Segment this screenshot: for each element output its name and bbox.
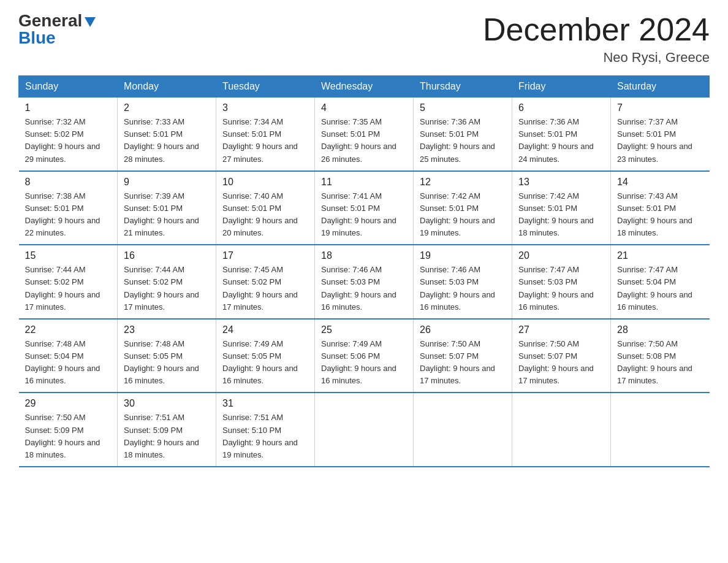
week-row-3: 15 Sunrise: 7:44 AMSunset: 5:02 PMDaylig… [19,245,710,319]
week-row-2: 8 Sunrise: 7:38 AMSunset: 5:01 PMDayligh… [19,171,710,245]
day-number: 14 [617,177,703,188]
day-number: 11 [321,177,407,188]
title-section: December 2024 Neo Rysi, Greece [483,12,710,66]
day-cell: 21 Sunrise: 7:47 AMSunset: 5:04 PMDaylig… [611,245,710,319]
day-number: 10 [222,177,308,188]
day-number: 20 [518,250,604,261]
week-row-4: 22 Sunrise: 7:48 AMSunset: 5:04 PMDaylig… [19,319,710,393]
day-info: Sunrise: 7:46 AMSunset: 5:03 PMDaylight:… [321,264,407,313]
day-cell [315,393,414,467]
header-day-sunday: Sunday [19,76,118,98]
day-cell: 13 Sunrise: 7:42 AMSunset: 5:01 PMDaylig… [512,171,611,245]
day-info: Sunrise: 7:44 AMSunset: 5:02 PMDaylight:… [124,264,210,313]
day-number: 16 [124,250,210,261]
day-cell: 24 Sunrise: 7:49 AMSunset: 5:05 PMDaylig… [216,319,315,393]
day-number: 19 [420,250,506,261]
day-cell: 23 Sunrise: 7:48 AMSunset: 5:05 PMDaylig… [118,319,216,393]
day-info: Sunrise: 7:49 AMSunset: 5:06 PMDaylight:… [321,338,407,388]
day-info: Sunrise: 7:42 AMSunset: 5:01 PMDaylight:… [420,190,506,240]
day-info: Sunrise: 7:32 AMSunset: 5:02 PMDaylight:… [25,116,112,166]
day-cell [414,393,512,467]
logo-blue: Blue [18,28,56,47]
day-info: Sunrise: 7:36 AMSunset: 5:01 PMDaylight:… [420,116,506,166]
header-day-wednesday: Wednesday [315,76,414,98]
day-cell: 25 Sunrise: 7:49 AMSunset: 5:06 PMDaylig… [315,319,414,393]
logo: General Blue [18,12,97,47]
day-number: 23 [124,324,210,335]
day-cell [611,393,710,467]
day-info: Sunrise: 7:39 AMSunset: 5:01 PMDaylight:… [124,190,210,240]
week-row-1: 1 Sunrise: 7:32 AMSunset: 5:02 PMDayligh… [19,98,710,171]
day-cell: 6 Sunrise: 7:36 AMSunset: 5:01 PMDayligh… [512,98,611,171]
day-cell: 15 Sunrise: 7:44 AMSunset: 5:02 PMDaylig… [19,245,118,319]
logo-general: General [18,12,82,29]
day-info: Sunrise: 7:47 AMSunset: 5:03 PMDaylight:… [518,264,604,313]
day-cell: 19 Sunrise: 7:46 AMSunset: 5:03 PMDaylig… [414,245,512,319]
day-cell: 26 Sunrise: 7:50 AMSunset: 5:07 PMDaylig… [414,319,512,393]
logo-triangle-icon [83,15,97,28]
day-number: 7 [617,102,703,113]
day-cell: 28 Sunrise: 7:50 AMSunset: 5:08 PMDaylig… [611,319,710,393]
day-info: Sunrise: 7:45 AMSunset: 5:02 PMDaylight:… [222,264,308,313]
day-number: 28 [617,324,703,335]
day-cell: 9 Sunrise: 7:39 AMSunset: 5:01 PMDayligh… [118,171,216,245]
day-info: Sunrise: 7:38 AMSunset: 5:01 PMDaylight:… [25,190,112,240]
day-cell: 16 Sunrise: 7:44 AMSunset: 5:02 PMDaylig… [118,245,216,319]
day-number: 8 [25,177,112,188]
week-row-5: 29 Sunrise: 7:50 AMSunset: 5:09 PMDaylig… [19,393,710,467]
day-info: Sunrise: 7:36 AMSunset: 5:01 PMDaylight:… [518,116,604,166]
svg-marker-0 [85,17,96,27]
day-info: Sunrise: 7:40 AMSunset: 5:01 PMDaylight:… [222,190,308,240]
day-info: Sunrise: 7:44 AMSunset: 5:02 PMDaylight:… [25,264,112,313]
day-cell: 7 Sunrise: 7:37 AMSunset: 5:01 PMDayligh… [611,98,710,171]
day-info: Sunrise: 7:50 AMSunset: 5:07 PMDaylight:… [420,338,506,388]
calendar-table: SundayMondayTuesdayWednesdayThursdayFrid… [18,75,710,467]
day-number: 12 [420,177,506,188]
day-info: Sunrise: 7:51 AMSunset: 5:10 PMDaylight:… [222,412,308,461]
day-cell [512,393,611,467]
day-number: 4 [321,102,407,113]
day-info: Sunrise: 7:50 AMSunset: 5:07 PMDaylight:… [518,338,604,388]
day-number: 18 [321,250,407,261]
day-number: 26 [420,324,506,335]
day-number: 25 [321,324,407,335]
day-cell: 12 Sunrise: 7:42 AMSunset: 5:01 PMDaylig… [414,171,512,245]
day-info: Sunrise: 7:46 AMSunset: 5:03 PMDaylight:… [420,264,506,313]
day-number: 24 [222,324,308,335]
day-number: 9 [124,177,210,188]
header-day-thursday: Thursday [414,76,512,98]
calendar-subtitle: Neo Rysi, Greece [483,50,710,66]
day-number: 6 [518,102,604,113]
day-number: 27 [518,324,604,335]
day-info: Sunrise: 7:47 AMSunset: 5:04 PMDaylight:… [617,264,703,313]
header-day-monday: Monday [118,76,216,98]
day-info: Sunrise: 7:50 AMSunset: 5:09 PMDaylight:… [25,412,112,461]
day-info: Sunrise: 7:37 AMSunset: 5:01 PMDaylight:… [617,116,703,166]
day-info: Sunrise: 7:33 AMSunset: 5:01 PMDaylight:… [124,116,210,166]
day-number: 5 [420,102,506,113]
day-cell: 14 Sunrise: 7:43 AMSunset: 5:01 PMDaylig… [611,171,710,245]
day-cell: 5 Sunrise: 7:36 AMSunset: 5:01 PMDayligh… [414,98,512,171]
day-number: 3 [222,102,308,113]
day-info: Sunrise: 7:43 AMSunset: 5:01 PMDaylight:… [617,190,703,240]
day-cell: 10 Sunrise: 7:40 AMSunset: 5:01 PMDaylig… [216,171,315,245]
header-day-friday: Friday [512,76,611,98]
header-row: SundayMondayTuesdayWednesdayThursdayFrid… [19,76,710,98]
day-cell: 22 Sunrise: 7:48 AMSunset: 5:04 PMDaylig… [19,319,118,393]
day-cell: 3 Sunrise: 7:34 AMSunset: 5:01 PMDayligh… [216,98,315,171]
day-number: 30 [124,398,210,409]
day-cell: 8 Sunrise: 7:38 AMSunset: 5:01 PMDayligh… [19,171,118,245]
day-cell: 20 Sunrise: 7:47 AMSunset: 5:03 PMDaylig… [512,245,611,319]
day-number: 15 [25,250,112,261]
day-info: Sunrise: 7:42 AMSunset: 5:01 PMDaylight:… [518,190,604,240]
header: General Blue December 2024 Neo Rysi, Gre… [18,12,710,66]
day-number: 13 [518,177,604,188]
day-number: 21 [617,250,703,261]
day-cell: 18 Sunrise: 7:46 AMSunset: 5:03 PMDaylig… [315,245,414,319]
day-number: 17 [222,250,308,261]
day-cell: 27 Sunrise: 7:50 AMSunset: 5:07 PMDaylig… [512,319,611,393]
day-info: Sunrise: 7:51 AMSunset: 5:09 PMDaylight:… [124,412,210,461]
day-info: Sunrise: 7:35 AMSunset: 5:01 PMDaylight:… [321,116,407,166]
day-info: Sunrise: 7:50 AMSunset: 5:08 PMDaylight:… [617,338,703,388]
header-day-tuesday: Tuesday [216,76,315,98]
